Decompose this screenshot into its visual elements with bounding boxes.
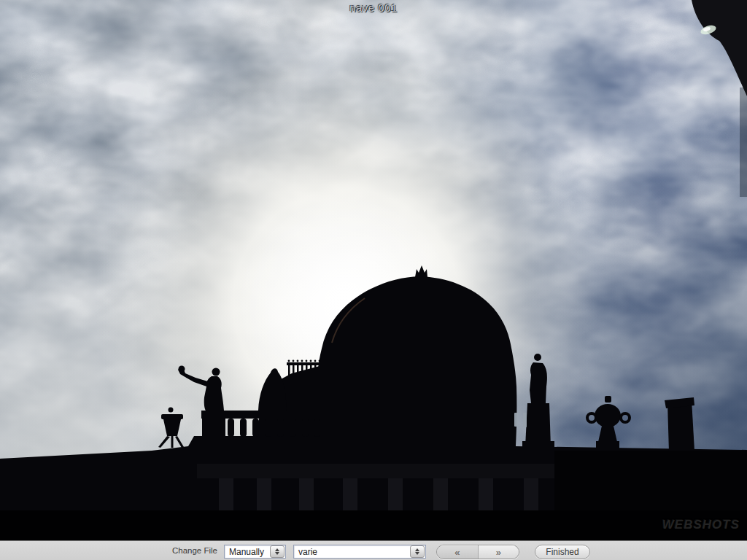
spinner-up-icon	[415, 548, 419, 551]
spinner-down-icon	[415, 552, 419, 555]
photo-viewer-window: nave 001 WEBSHOTS Change File Manually v…	[0, 0, 747, 560]
photo-scene	[0, 0, 747, 540]
spinner-up-icon	[275, 548, 279, 551]
previous-icon: «	[454, 547, 460, 558]
finished-button-label: Finished	[546, 547, 578, 557]
photo-title: nave 001	[0, 1, 747, 14]
next-icon: »	[496, 547, 501, 558]
change-mode-value: Manually	[225, 547, 270, 557]
previous-button[interactable]: «	[437, 545, 479, 559]
dropdown-stepper-icon[interactable]	[410, 545, 425, 558]
chimney	[665, 397, 694, 452]
change-file-label: Change File	[131, 546, 217, 555]
bottom-toolbar: Change File Manually varie « » Fini	[0, 540, 747, 560]
webshots-watermark: WEBSHOTS	[662, 518, 740, 532]
finished-button[interactable]: Finished	[535, 545, 590, 559]
nav-segmented-control: « »	[436, 545, 519, 559]
category-dropdown[interactable]: varie	[293, 545, 426, 559]
change-mode-dropdown[interactable]: Manually	[224, 545, 286, 559]
balustrade-pier	[202, 411, 225, 447]
dropdown-stepper-icon[interactable]	[270, 545, 285, 558]
next-button[interactable]: »	[479, 545, 519, 559]
photo-image: nave 001 WEBSHOTS	[0, 0, 747, 540]
spinner-down-icon	[275, 552, 279, 555]
category-value: varie	[294, 547, 410, 557]
